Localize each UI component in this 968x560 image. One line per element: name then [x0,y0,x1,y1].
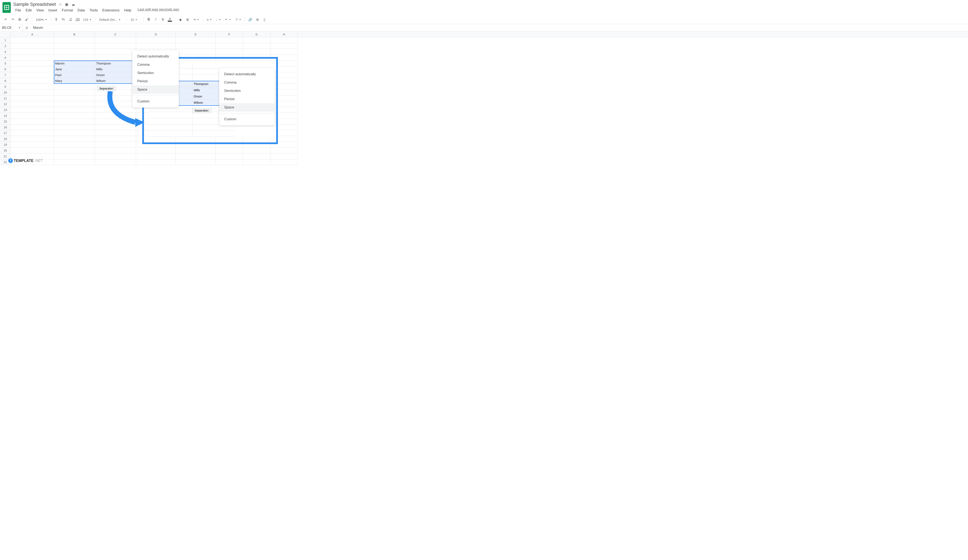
row-header-13[interactable]: 13 [0,107,11,113]
decrease-decimal-button[interactable]: .0 [67,17,73,23]
cell-A16[interactable] [11,124,54,130]
cell-B18[interactable] [54,136,95,142]
cell-C2[interactable] [95,43,136,49]
callout-option-semicolon[interactable]: Semicolon [219,87,275,95]
cell-A7[interactable] [11,72,54,78]
cell-A6[interactable] [11,66,54,72]
cell-B10[interactable] [54,89,95,95]
zoom-dropdown[interactable]: 100%▼ [34,17,49,22]
cell-E1[interactable] [176,37,215,43]
row-header-3[interactable]: 3 [0,49,11,55]
cell-B9[interactable] [54,84,95,89]
row-header-15[interactable]: 15 [0,119,11,124]
fill-color-button[interactable]: ◆ [177,17,184,23]
cell-H1[interactable] [270,37,298,43]
cell-D2[interactable] [136,43,176,49]
cell-C8[interactable]: Wilson [95,78,136,84]
cell-A10[interactable] [11,89,54,95]
cell-A12[interactable] [11,101,54,107]
font-size-dropdown[interactable]: 10▼ [129,17,141,22]
cell-A1[interactable] [11,37,54,43]
move-icon[interactable]: ▣ [65,2,68,7]
menu-edit[interactable]: Edit [23,7,33,13]
cell-A14[interactable] [11,113,54,119]
cell-A5[interactable] [11,61,54,66]
cell-E3[interactable] [176,49,215,55]
borders-button[interactable]: ⊞ [184,17,191,23]
separator-option-semicolon[interactable]: Semicolon [132,69,179,77]
cell-C1[interactable] [95,37,136,43]
number-format-dropdown[interactable]: 123▼ [81,17,93,22]
percent-button[interactable]: % [60,17,66,23]
bold-button[interactable]: B [146,17,152,23]
cloud-icon[interactable]: ☁ [71,2,75,7]
cell-E22[interactable] [176,159,215,165]
menu-file[interactable]: File [13,7,23,13]
cell-C22[interactable] [95,159,136,165]
currency-button[interactable]: $ [53,17,59,23]
cell-H3[interactable] [270,49,298,55]
sheets-logo-icon[interactable] [2,2,11,13]
cell-A18[interactable] [11,136,54,142]
callout-option-custom[interactable]: Custom [219,115,275,123]
row-header-7[interactable]: 7 [0,72,11,78]
row-header-9[interactable]: 9 [0,84,11,89]
cell-B4[interactable] [54,55,95,61]
undo-button[interactable]: ↶ [2,17,9,23]
cell-C19[interactable] [95,142,136,147]
cell-G20[interactable] [243,147,270,153]
cell-C21[interactable] [95,153,136,159]
text-color-button[interactable]: A [167,17,173,22]
cell-F1[interactable] [215,37,243,43]
print-button[interactable]: 🖶 [17,17,23,23]
v-align-dropdown[interactable]: ↓▼ [214,17,222,22]
cell-C3[interactable] [95,49,136,55]
cell-B11[interactable] [54,95,95,101]
cell-C20[interactable] [95,147,136,153]
col-header-a[interactable]: A [11,31,54,37]
row-header-5[interactable]: 5 [0,61,11,66]
cell-B12[interactable] [54,101,95,107]
paint-format-button[interactable]: 🖌 [24,17,30,23]
star-icon[interactable]: ☆ [59,2,62,7]
cell-C18[interactable] [95,136,136,142]
menu-help[interactable]: Help [122,7,133,13]
cell-B1[interactable] [54,37,95,43]
separator-option-detect[interactable]: Detect automatically [132,52,179,61]
row-header-1[interactable]: 1 [0,37,11,43]
cell-B13[interactable] [54,107,95,113]
cell-A20[interactable] [11,147,54,153]
col-header-f[interactable]: F [215,31,243,37]
cell-A8[interactable] [11,78,54,84]
cell-B21[interactable] [54,153,95,159]
cell-G1[interactable] [243,37,270,43]
menu-format[interactable]: Format [60,7,75,13]
row-header-10[interactable]: 10 [0,89,11,95]
chart-button[interactable]: ▯ [261,17,267,23]
cell-B16[interactable] [54,124,95,130]
cell-F3[interactable] [215,49,243,55]
cell-C6[interactable]: Mills [95,66,136,72]
cell-D21[interactable] [136,153,176,159]
cell-C17[interactable] [95,130,136,136]
separator-chip[interactable]: Separator: [97,86,116,91]
cell-H20[interactable] [270,147,298,153]
callout-option-space[interactable]: Space [219,103,275,111]
col-header-g[interactable]: G [243,31,270,37]
cell-B6[interactable]: Jane [54,66,95,72]
cell-B7[interactable]: Paul [54,72,95,78]
cell-B22[interactable] [54,159,95,165]
separator-option-period[interactable]: Period [132,77,179,85]
col-header-d[interactable]: D [136,31,176,37]
link-button[interactable]: 🔗 [247,17,254,23]
cell-D22[interactable] [136,159,176,165]
row-header-6[interactable]: 6 [0,66,11,72]
cell-G22[interactable] [243,159,270,165]
menu-insert[interactable]: Insert [46,7,59,13]
cell-G3[interactable] [243,49,270,55]
row-header-2[interactable]: 2 [0,43,11,49]
cell-B3[interactable] [54,49,95,55]
cell-H2[interactable] [270,43,298,49]
cell-D1[interactable] [136,37,176,43]
cell-H22[interactable] [270,159,298,165]
